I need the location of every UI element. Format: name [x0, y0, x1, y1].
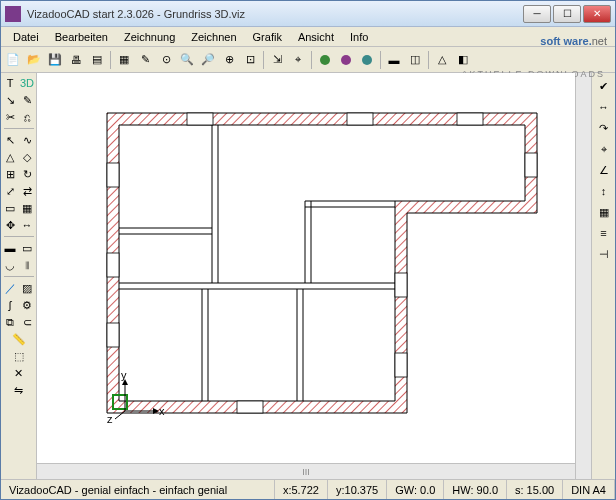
scale-icon[interactable]: ⤢ — [2, 183, 18, 199]
center-icon[interactable]: ⊙ — [156, 50, 176, 70]
drawing-canvas[interactable]: y x z — [37, 73, 575, 463]
svg-rect-1 — [107, 163, 119, 187]
right-palette: ✔ ↔ ↷ ⌖ ∠ ↕ ▦ ≡ ⊣ — [591, 73, 615, 479]
cog-icon[interactable]: ⚙ — [19, 297, 35, 313]
extra-icon[interactable]: ◧ — [453, 50, 473, 70]
minimize-button[interactable]: ─ — [523, 5, 551, 23]
grid2-icon[interactable]: ▦ — [595, 203, 613, 221]
dim-h-icon[interactable]: ↔ — [595, 98, 613, 116]
text-tool-icon[interactable]: T — [2, 75, 18, 91]
separator-icon — [4, 276, 34, 277]
menu-zeichnen[interactable]: Zeichnen — [183, 29, 244, 45]
rotate-icon[interactable]: ↻ — [19, 166, 35, 182]
app-window: VizadooCAD start 2.3.026 - Grundriss 3D.… — [0, 0, 616, 500]
wall-icon[interactable]: ▬ — [384, 50, 404, 70]
menu-grafik[interactable]: Grafik — [245, 29, 290, 45]
toolbar: 📄 📂 💾 🖶 ▤ ▦ ✎ ⊙ 🔍 🔎 ⊕ ⊡ ⇲ ⌖ ▬ ◫ △ ◧ AKTU… — [1, 47, 615, 73]
svg-rect-2 — [107, 253, 119, 277]
color-purple-icon[interactable] — [336, 50, 356, 70]
snap-icon[interactable]: ⌖ — [288, 50, 308, 70]
arc-icon[interactable]: ◡ — [2, 257, 18, 273]
measure-icon[interactable]: 📏 — [11, 331, 27, 347]
zoom-icon[interactable]: ⊕ — [219, 50, 239, 70]
curve-icon[interactable]: ∫ — [2, 297, 18, 313]
color-cyan-icon[interactable] — [357, 50, 377, 70]
svg-rect-7 — [525, 153, 537, 177]
open-icon[interactable]: 📂 — [24, 50, 44, 70]
menu-datei[interactable]: Datei — [5, 29, 47, 45]
brush-icon[interactable]: ／ — [2, 280, 18, 296]
magnet-icon[interactable]: ⊂ — [19, 314, 35, 330]
check-icon[interactable]: ✔ — [595, 77, 613, 95]
polyline-icon[interactable]: ∿ — [19, 132, 35, 148]
copy-icon[interactable]: ⊞ — [2, 166, 18, 182]
separator-icon — [311, 51, 312, 69]
triangle-icon[interactable]: △ — [2, 149, 18, 165]
end-icon[interactable]: ⊣ — [595, 245, 613, 263]
layer-icon[interactable]: ▤ — [87, 50, 107, 70]
status-s: s: 15.00 — [507, 480, 563, 499]
close-button[interactable]: ✕ — [583, 5, 611, 23]
scrollbar-vertical[interactable] — [575, 73, 591, 479]
zoomin-icon[interactable]: 🔍 — [177, 50, 197, 70]
door-icon[interactable]: ◫ — [405, 50, 425, 70]
note-icon[interactable]: ✎ — [19, 92, 35, 108]
save-icon[interactable]: 💾 — [45, 50, 65, 70]
3d-toggle-icon[interactable]: 3D — [19, 75, 35, 91]
menu-info[interactable]: Info — [342, 29, 376, 45]
wall-tool-icon[interactable]: ▬ — [2, 240, 18, 256]
separator-icon — [428, 51, 429, 69]
grid-icon[interactable]: ▦ — [114, 50, 134, 70]
link-icon[interactable]: ↘ — [2, 92, 18, 108]
move-icon[interactable]: ✥ — [2, 217, 18, 233]
axis-y-label: y — [121, 369, 127, 381]
roof-icon[interactable]: △ — [432, 50, 452, 70]
maximize-button[interactable]: ☐ — [553, 5, 581, 23]
shape-icon[interactable]: ◇ — [19, 149, 35, 165]
zoomfit-icon[interactable]: ⊡ — [240, 50, 260, 70]
hatch-icon[interactable]: ▨ — [19, 280, 35, 296]
menu-bearbeiten[interactable]: Bearbeiten — [47, 29, 116, 45]
new-icon[interactable]: 📄 — [3, 50, 23, 70]
menubar: Datei Bearbeiten Zeichnung Zeichnen Graf… — [1, 27, 615, 47]
svg-rect-9 — [395, 353, 407, 377]
cross-icon[interactable]: ✕ — [11, 365, 27, 381]
axis-z-label: z — [107, 413, 113, 425]
flip-icon[interactable]: ⇄ — [19, 183, 35, 199]
svg-rect-5 — [347, 113, 373, 125]
svg-rect-8 — [395, 273, 407, 297]
dim-icon[interactable]: ↔ — [19, 217, 35, 233]
menu-zeichnung[interactable]: Zeichnung — [116, 29, 183, 45]
columns-icon[interactable]: ⦀ — [19, 257, 35, 273]
svg-rect-6 — [457, 113, 483, 125]
color-green-icon[interactable] — [315, 50, 335, 70]
print-icon[interactable]: 🖶 — [66, 50, 86, 70]
join-icon[interactable]: ⧉ — [2, 314, 18, 330]
snap-icon[interactable]: ⌖ — [595, 140, 613, 158]
separator-icon — [263, 51, 264, 69]
menu-ansicht[interactable]: Ansicht — [290, 29, 342, 45]
svg-line-40 — [115, 411, 125, 419]
angle-icon[interactable]: ∠ — [595, 161, 613, 179]
mirror-icon[interactable]: ⇋ — [11, 382, 27, 398]
wall2-icon[interactable]: ▭ — [19, 240, 35, 256]
zoomout-icon[interactable]: 🔎 — [198, 50, 218, 70]
scrollbar-horizontal[interactable]: III — [37, 463, 575, 479]
jump-icon[interactable]: ↷ — [595, 119, 613, 137]
main-area: T3D ↘✎ ✂⎌ ↖∿ △◇ ⊞↻ ⤢⇄ ▭▦ ✥↔ ▬▭ ◡⦀ ／▨ ∫⚙ … — [1, 73, 615, 479]
separator-icon — [4, 128, 34, 129]
grid-tool-icon[interactable]: ▦ — [19, 200, 35, 216]
dim-v-icon[interactable]: ↕ — [595, 182, 613, 200]
edit-icon[interactable]: ✎ — [135, 50, 155, 70]
window-title: VizadooCAD start 2.3.026 - Grundriss 3D.… — [27, 8, 523, 20]
export-icon[interactable]: ⇲ — [267, 50, 287, 70]
status-format: DIN A4 — [563, 480, 615, 499]
svg-rect-4 — [187, 113, 213, 125]
arrow-icon[interactable]: ↖ — [2, 132, 18, 148]
rect-icon[interactable]: ▭ — [2, 200, 18, 216]
cut-icon[interactable]: ✂ — [2, 109, 18, 125]
extrude-icon[interactable]: ⬚ — [11, 348, 27, 364]
status-gw: GW: 0.0 — [387, 480, 444, 499]
bars-icon[interactable]: ≡ — [595, 224, 613, 242]
scissors-icon[interactable]: ⎌ — [19, 109, 35, 125]
